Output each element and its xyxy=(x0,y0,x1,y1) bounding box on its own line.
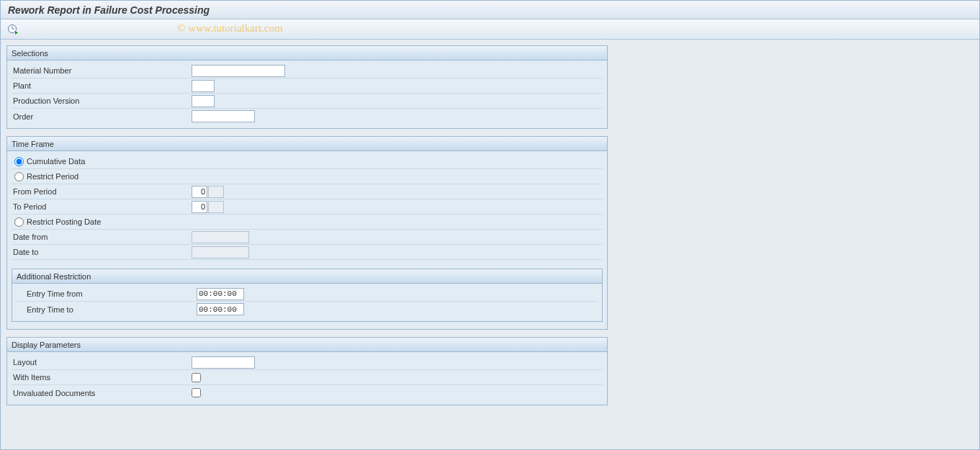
input-from-period-2 xyxy=(208,186,224,198)
label-entry-time-from: Entry Time from xyxy=(17,287,186,301)
page-title: Rework Report in Failure Cost Processing xyxy=(8,4,210,16)
label-material-number: Material Number xyxy=(12,63,174,78)
label-restrict-posting: Restrict Posting Date xyxy=(27,217,101,226)
radio-cumulative-label[interactable]: Cumulative Data xyxy=(13,157,85,166)
label-restrict-period: Restrict Period xyxy=(27,172,78,181)
label-order: Order xyxy=(12,109,174,124)
label-date-to: Date to xyxy=(12,245,174,259)
checkbox-with-items[interactable] xyxy=(192,373,201,382)
input-order[interactable] xyxy=(192,110,255,122)
row-from-period: From Period xyxy=(12,184,603,199)
radio-restrict-posting[interactable] xyxy=(14,217,24,227)
group-header-display: Display Parameters xyxy=(7,338,607,352)
row-entry-time-to: Entry Time to xyxy=(17,302,598,317)
input-from-period[interactable] xyxy=(192,186,207,198)
row-order: Order xyxy=(12,109,603,124)
svg-marker-3 xyxy=(15,31,18,35)
toolbar: © www.tutorialkart.com xyxy=(1,19,979,40)
app-window: Rework Report in Failure Cost Processing… xyxy=(0,0,980,450)
input-to-period-2 xyxy=(208,201,224,213)
label-plant: Plant xyxy=(12,78,174,93)
row-restrict-period: Restrict Period xyxy=(12,169,603,184)
radio-cumulative[interactable] xyxy=(14,157,24,166)
row-to-period: To Period xyxy=(12,199,603,215)
label-entry-time-to: Entry Time to xyxy=(17,302,186,317)
radio-restrict-posting-label[interactable]: Restrict Posting Date xyxy=(13,217,101,227)
group-header-timeframe: Time Frame xyxy=(7,137,607,151)
label-to-period: To Period xyxy=(12,199,174,214)
label-date-from: Date from xyxy=(12,230,174,244)
label-cumulative: Cumulative Data xyxy=(27,157,85,166)
input-entry-time-from[interactable] xyxy=(197,288,244,300)
group-timeframe: Time Frame Cumulative Data Restrict Peri… xyxy=(6,136,608,330)
row-layout: Layout xyxy=(12,355,603,370)
input-layout[interactable] xyxy=(192,356,255,369)
title-bar: Rework Report in Failure Cost Processing xyxy=(1,1,979,19)
row-cumulative: Cumulative Data xyxy=(12,154,603,169)
radio-restrict-period[interactable] xyxy=(14,172,24,181)
input-plant[interactable] xyxy=(192,80,215,92)
row-date-to: Date to xyxy=(12,245,603,260)
group-header-additional: Additional Restriction xyxy=(12,269,602,284)
input-material-number[interactable] xyxy=(192,65,285,77)
label-from-period: From Period xyxy=(12,184,174,199)
row-entry-time-from: Entry Time from xyxy=(17,287,598,302)
input-date-to[interactable] xyxy=(192,246,249,258)
row-production-version: Production Version xyxy=(12,94,603,109)
execute-button[interactable] xyxy=(6,23,19,36)
input-to-period[interactable] xyxy=(192,201,207,213)
row-restrict-posting: Restrict Posting Date xyxy=(12,215,603,230)
content-area: Selections Material Number Plant Product… xyxy=(1,40,979,418)
row-unvaluated: Unvaluated Documents xyxy=(12,385,603,400)
label-production-version: Production Version xyxy=(12,94,174,108)
row-plant: Plant xyxy=(12,78,603,94)
input-entry-time-to[interactable] xyxy=(197,303,244,315)
group-display-parameters: Display Parameters Layout With Items Unv… xyxy=(6,337,608,405)
group-header-selections: Selections xyxy=(7,46,607,60)
label-unvaluated: Unvaluated Documents xyxy=(12,385,174,400)
row-with-items: With Items xyxy=(12,370,603,385)
group-selections: Selections Material Number Plant Product… xyxy=(6,45,608,129)
input-production-version[interactable] xyxy=(192,95,215,107)
row-material-number: Material Number xyxy=(12,63,603,78)
clock-execute-icon xyxy=(7,24,19,35)
watermark: © www.tutorialkart.com xyxy=(177,22,283,35)
checkbox-unvaluated[interactable] xyxy=(192,388,201,397)
input-date-from[interactable] xyxy=(192,231,249,243)
row-date-from: Date from xyxy=(12,230,603,245)
label-with-items: With Items xyxy=(12,370,174,384)
label-layout: Layout xyxy=(12,355,174,369)
radio-restrict-period-label[interactable]: Restrict Period xyxy=(13,172,78,181)
group-additional-restriction: Additional Restriction Entry Time from E… xyxy=(12,269,603,322)
